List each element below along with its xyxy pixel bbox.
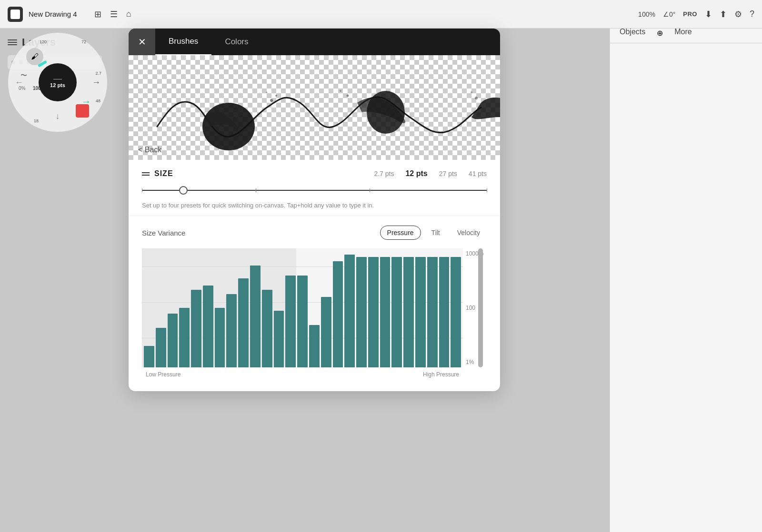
menu-icon[interactable]: ☰ [110, 9, 118, 20]
chart-bar [403, 257, 414, 367]
chart-bar [427, 257, 438, 367]
size-preset-4[interactable]: 41 pts [469, 170, 487, 177]
variance-header: Size Variance Pressure Tilt Velocity [142, 226, 487, 240]
svg-point-3 [275, 95, 277, 97]
chart-bar [439, 257, 450, 367]
help-icon[interactable]: ? [750, 9, 754, 19]
chart-xlabel-high: High Pressure [423, 371, 459, 378]
svg-point-5 [347, 95, 349, 97]
variance-tabs: Pressure Tilt Velocity [380, 226, 487, 240]
chart-bar [333, 261, 343, 367]
chart-bar [309, 325, 320, 367]
svg-point-2 [270, 99, 273, 102]
radial-waveform-icon[interactable]: 〜 [20, 71, 27, 80]
chart-ylabel-mid: 100 [463, 305, 487, 311]
top-bar-icons: ⊞ ☰ ⌂ [94, 9, 131, 20]
svg-point-7 [475, 97, 478, 99]
chart-bar [285, 276, 296, 367]
brush-close-button[interactable]: ✕ [129, 29, 155, 55]
radial-outer[interactable]: 120 72 2.7 48 30 18 🖌 ← → 〜 ↓ —— [8, 32, 108, 132]
size-title-row: SIZE [142, 169, 173, 178]
radial-tick-72: 72 [81, 39, 86, 44]
back-link[interactable]: < Back [138, 146, 161, 154]
size-menu-icon [142, 172, 150, 176]
size-presets: 2.7 pts 12 pts 27 pts 41 pts [374, 169, 487, 178]
chart-bar [144, 346, 154, 367]
top-bar-left: New Drawing 4 ⊞ ☰ ⌂ [8, 7, 131, 22]
radial-arrow-right[interactable]: → [92, 78, 100, 88]
size-preset-1[interactable]: 2.7 pts [374, 170, 394, 177]
brush-tabs: Brushes Colors [155, 29, 262, 55]
drawing-title: New Drawing 4 [29, 10, 77, 18]
download-icon[interactable]: ⬇ [705, 9, 712, 20]
chart-bar [297, 276, 308, 367]
tab-colors[interactable]: Colors [211, 29, 261, 55]
size-title: SIZE [154, 169, 173, 178]
size-section: SIZE 2.7 pts 12 pts 27 pts 41 pts Set up… [129, 160, 500, 216]
radial-center[interactable]: —— 12 pts [39, 63, 77, 101]
chart-bar [321, 297, 331, 367]
chart-bar [274, 311, 284, 367]
size-preset-2[interactable]: 12 pts [405, 169, 427, 178]
chart-bar [451, 257, 461, 367]
brush-panel-header: ✕ Brushes Colors [129, 29, 500, 55]
tab-objects-icon[interactable]: ⊕ [657, 29, 663, 38]
variance-section: Size Variance Pressure Tilt Velocity [129, 216, 500, 391]
angle-display[interactable]: ∠0° [663, 10, 675, 18]
chart-bars [142, 248, 463, 367]
size-header: SIZE 2.7 pts 12 pts 27 pts 41 pts [142, 169, 487, 178]
variance-title: Size Variance [142, 229, 185, 237]
grid-icon[interactable]: ⊞ [94, 9, 101, 20]
chart-yslider[interactable] [478, 248, 483, 367]
chart-bar [356, 257, 367, 367]
app-icon[interactable] [8, 7, 23, 22]
chart-bar [168, 314, 178, 367]
chart-xlabels: Low Pressure High Pressure [142, 367, 463, 382]
size-preset-3[interactable]: 27 pts [439, 170, 457, 177]
chart-bar [191, 290, 201, 367]
size-hint: Set up to four presets for quick switchi… [142, 202, 487, 209]
chart-bar [415, 257, 426, 367]
brush-preview: < Back [129, 55, 500, 160]
radial-arrow-down[interactable]: ↓ [56, 111, 60, 121]
svg-point-6 [340, 90, 341, 92]
brush-panel: ✕ Brushes Colors < Back [129, 29, 500, 391]
size-slider-thumb[interactable] [179, 186, 188, 195]
radial-center-pts: 12 pts [50, 82, 65, 88]
tab-objects[interactable]: Objects [620, 28, 645, 38]
svg-point-0 [202, 103, 255, 150]
chart-yaxis: 1000% 100 1% [463, 248, 487, 367]
variance-tab-pressure[interactable]: Pressure [380, 226, 421, 240]
radial-green-arrow[interactable]: → [81, 96, 91, 107]
right-panel: Precision ⋮⋮⋮ Objects ⊕ More [610, 0, 762, 532]
export-icon[interactable]: ⬆ [720, 9, 727, 20]
settings-icon[interactable]: ⚙ [734, 9, 742, 20]
chart-bar [238, 278, 249, 367]
chart-bar [203, 286, 213, 367]
chart-ylabel-top: 1000% [463, 250, 487, 257]
chart-bar [368, 257, 379, 367]
radial-tick-120: 120 [40, 39, 47, 44]
tab-more[interactable]: More [674, 28, 692, 38]
chart-bar [250, 266, 261, 367]
chart-ylabel-bot: 1% [463, 359, 487, 365]
svg-point-4 [266, 92, 268, 93]
brush-tool-icon[interactable]: ⌂ [126, 9, 131, 19]
pro-badge: PRO [683, 10, 697, 18]
variance-tab-tilt[interactable]: Tilt [425, 226, 447, 239]
chart-bar [262, 290, 272, 367]
radial-tick-27: 2.7 [95, 71, 101, 76]
tab-brushes[interactable]: Brushes [155, 29, 211, 55]
size-slider[interactable] [142, 185, 487, 196]
size-slider-track [142, 190, 487, 191]
brush-stroke-svg [129, 55, 500, 160]
svg-point-8 [471, 91, 472, 93]
radial-tick-18: 18 [34, 118, 39, 123]
top-bar: New Drawing 4 ⊞ ☰ ⌂ 100% ∠0° PRO ⬇ ⬆ ⚙ ? [0, 0, 762, 29]
chart-bar [344, 255, 355, 368]
chart-bar [179, 308, 190, 367]
radial-label-0pct: 0% [19, 86, 25, 91]
variance-tab-velocity[interactable]: Velocity [451, 226, 487, 239]
zoom-display[interactable]: 100% [638, 10, 655, 18]
chart-wrap: 1000% 100 1% Low Pressure High Pressure [142, 248, 487, 382]
